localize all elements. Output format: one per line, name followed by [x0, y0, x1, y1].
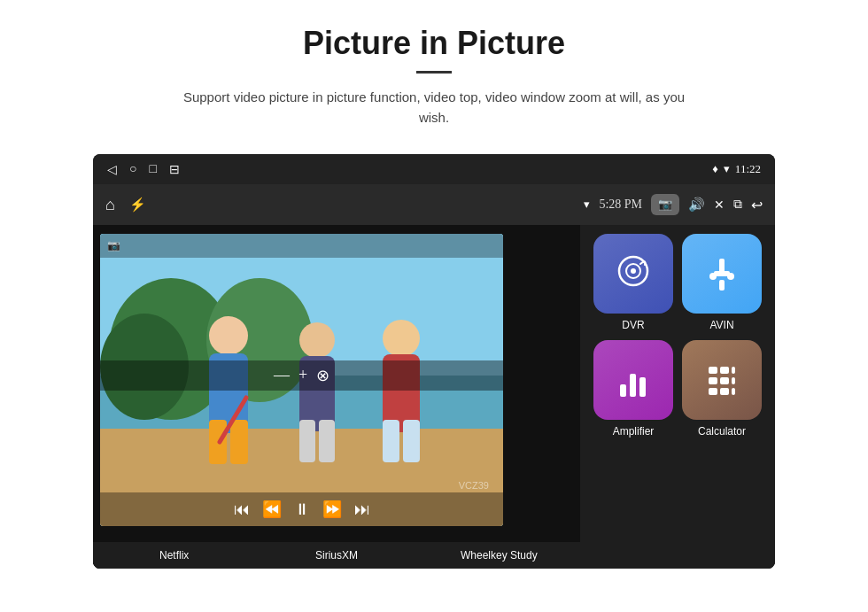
avin-icon-bg[interactable]	[682, 234, 762, 314]
pip-icon[interactable]: ⧉	[733, 198, 742, 212]
svg-rect-26	[719, 280, 725, 291]
avin-app[interactable]: AVIN	[682, 234, 762, 331]
page-subtitle: Support video picture in picture functio…	[168, 88, 700, 128]
pip-plus-btn[interactable]: +	[298, 366, 307, 384]
video-player[interactable]: 📷 — + ⊗ ⏮ ⏪ ⏸ ⏩	[100, 234, 503, 526]
page-header: Picture in Picture Support video picture…	[0, 0, 868, 142]
back-nav-icon[interactable]: ◁	[107, 162, 117, 177]
status-right: ♦ ▾ 11:22	[712, 162, 761, 176]
svg-point-24	[709, 273, 717, 280]
svg-rect-35	[732, 377, 735, 384]
calculator-label: Calculator	[698, 425, 746, 438]
wheelkey-label: Wheelkey Study	[418, 542, 580, 569]
amplifier-app[interactable]: Amplifier	[593, 340, 673, 438]
netflix-label: Netflix	[93, 542, 255, 569]
dvr-icon-bg[interactable]	[593, 234, 673, 314]
status-time: 11:22	[735, 162, 761, 176]
dvr-label: DVR	[622, 319, 644, 331]
recent-nav-icon[interactable]: □	[149, 162, 156, 176]
camera-button[interactable]: 📷	[651, 194, 679, 215]
main-content: 📷 — + ⊗ ⏮ ⏪ ⏸ ⏩	[93, 225, 775, 569]
status-left: ◁ ○ □ ⊟	[107, 162, 180, 177]
back-action-icon[interactable]: ↩	[751, 197, 763, 213]
bottom-app-row: Amplifier	[587, 340, 768, 438]
avin-label: AVIN	[709, 319, 733, 331]
svg-rect-27	[620, 384, 626, 397]
rewind-btn[interactable]: ⏮	[234, 500, 250, 519]
calculator-icon-bg[interactable]	[682, 340, 762, 420]
pip-close-btn[interactable]: ⊗	[316, 366, 329, 385]
volume-icon[interactable]: 🔊	[688, 197, 705, 213]
watermark: VCZ39	[459, 480, 489, 491]
title-divider	[416, 71, 452, 74]
page-wrapper: Picture in Picture Support video picture…	[0, 0, 868, 569]
svg-rect-31	[720, 367, 729, 374]
amplifier-label: Amplifier	[613, 425, 655, 438]
left-area: 📷 — + ⊗ ⏮ ⏪ ⏸ ⏩	[93, 225, 580, 569]
dvr-app[interactable]: DVR	[593, 234, 673, 331]
video-top-bar: 📷	[100, 234, 503, 258]
wifi-icon: ▾	[724, 162, 730, 176]
video-playback: ⏮ ⏪ ⏸ ⏩ ⏭	[100, 492, 503, 526]
right-panel: DVR	[580, 225, 775, 569]
action-left: ⌂ ⚡	[105, 196, 146, 214]
usb-icon: ⚡	[129, 197, 146, 213]
camera-icon: 📷	[658, 198, 672, 212]
calculator-app[interactable]: Calculator	[682, 340, 762, 438]
pip-minus-btn[interactable]: —	[274, 366, 290, 384]
home-nav-icon[interactable]: ○	[129, 162, 136, 176]
amplifier-icon-svg	[611, 358, 655, 402]
forward-btn[interactable]: ⏭	[354, 500, 370, 519]
play-pause-btn[interactable]: ⏸	[294, 500, 310, 519]
calculator-icon-svg	[700, 358, 744, 402]
svg-rect-28	[630, 374, 636, 397]
location-icon: ♦	[712, 162, 718, 176]
svg-rect-37	[720, 388, 729, 395]
video-inner: 📷 — + ⊗ ⏮ ⏪ ⏸ ⏩	[100, 234, 503, 526]
svg-rect-38	[732, 388, 735, 395]
svg-rect-30	[709, 367, 717, 374]
prev-btn[interactable]: ⏪	[262, 500, 282, 519]
action-time: 5:28 PM	[599, 198, 642, 212]
pip-controls[interactable]: — + ⊗	[100, 360, 503, 391]
device-frame: ◁ ○ □ ⊟ ♦ ▾ 11:22 ⌂ ⚡ ▾ 5:28 PM 📷	[93, 154, 775, 569]
home-icon[interactable]: ⌂	[105, 196, 115, 214]
next-btn[interactable]: ⏩	[322, 500, 342, 519]
siriusxm-label: SiriusXM	[255, 542, 417, 569]
action-bar: ⌂ ⚡ ▾ 5:28 PM 📷 🔊 ✕ ⧉ ↩	[93, 184, 775, 225]
menu-nav-icon[interactable]: ⊟	[169, 162, 180, 177]
svg-rect-33	[709, 377, 717, 384]
svg-point-21	[631, 268, 636, 274]
svg-point-25	[727, 273, 734, 280]
svg-rect-32	[732, 367, 735, 374]
dvr-icon-svg	[611, 252, 655, 296]
top-app-row: DVR	[587, 234, 768, 331]
avin-icon-svg	[700, 252, 744, 296]
svg-rect-29	[639, 377, 646, 397]
close-icon[interactable]: ✕	[714, 198, 725, 213]
bottom-app-labels: Netflix SiriusXM Wheelkey Study	[93, 542, 580, 569]
video-controls: 📷 — + ⊗ ⏮ ⏪ ⏸ ⏩	[100, 234, 503, 526]
svg-rect-34	[720, 377, 729, 384]
wifi-action-icon: ▾	[584, 198, 590, 212]
status-bar: ◁ ○ □ ⊟ ♦ ▾ 11:22	[93, 154, 775, 184]
video-cam-icon: 📷	[107, 239, 120, 252]
action-right: ▾ 5:28 PM 📷 🔊 ✕ ⧉ ↩	[584, 194, 763, 215]
svg-rect-36	[709, 388, 717, 395]
page-title: Picture in Picture	[71, 25, 797, 62]
amplifier-icon-bg[interactable]	[593, 340, 673, 420]
